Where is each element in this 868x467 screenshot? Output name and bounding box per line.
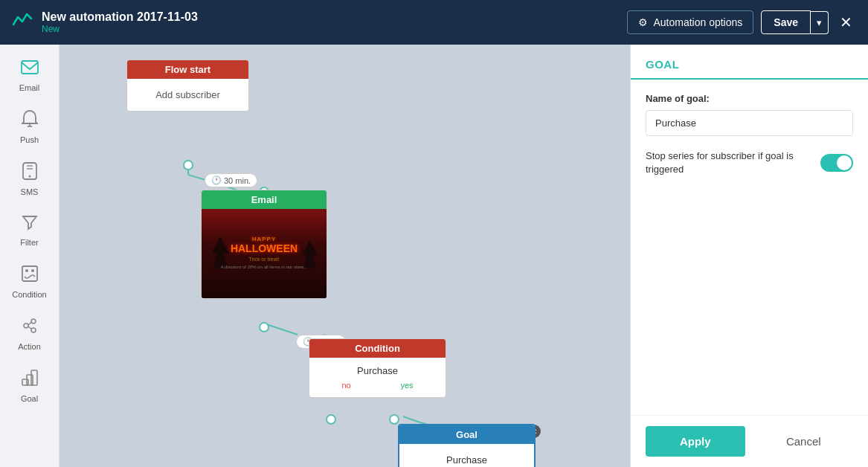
automation-options-button[interactable]: ⚙ Automation options xyxy=(627,10,753,34)
svg-line-14 xyxy=(28,326,31,329)
condition-node[interactable]: Condition Purchase no yes xyxy=(309,338,446,398)
flow-start-node[interactable]: Flow start Add subscriber xyxy=(126,59,249,112)
email-node-image: HAPPY HALLOWEEN Trick or treat! A discou… xyxy=(202,209,327,298)
toggle-knob xyxy=(837,155,852,170)
flow-start-body: Add subscriber xyxy=(127,79,248,111)
action-icon xyxy=(21,317,39,339)
email-icon xyxy=(21,59,39,80)
right-panel-content: Name of goal: Stop series for subscriber… xyxy=(631,80,868,415)
svg-rect-0 xyxy=(22,61,38,74)
svg-point-11 xyxy=(31,319,36,323)
svg-line-13 xyxy=(28,323,31,326)
right-panel-title: GOAL xyxy=(631,45,868,80)
connector-dot-branch-no xyxy=(326,414,336,425)
goal-node[interactable]: Goal Purchase xyxy=(398,424,536,467)
sidebar-item-condition[interactable]: Condition xyxy=(4,257,55,306)
condition-node-body: Purchase no yes xyxy=(309,358,446,397)
save-button[interactable]: Save xyxy=(761,10,811,34)
stop-series-label: Stop series for subscriber if goal is tr… xyxy=(646,149,809,176)
goal-name-label: Name of goal: xyxy=(646,93,853,104)
sidebar-item-goal[interactable]: Goal xyxy=(4,361,55,410)
branch-no-label: no xyxy=(341,381,350,390)
canvas: Flow start Add subscriber 🕐 30 min. Emai… xyxy=(60,45,630,467)
automation-status: New xyxy=(42,24,198,34)
header-title-group: New automation 2017-11-03 New xyxy=(42,10,198,34)
stop-series-toggle[interactable] xyxy=(820,154,853,172)
cancel-button[interactable]: Cancel xyxy=(754,426,854,457)
delay-label-1: 30 min. xyxy=(224,176,251,185)
svg-point-9 xyxy=(31,269,34,272)
condition-node-value: Purchase xyxy=(317,365,438,376)
email-node[interactable]: Email HAPPY HALLOWEEN Trick or treat! A … xyxy=(201,190,327,299)
sidebar-item-email[interactable]: Email xyxy=(4,52,55,100)
condition-branches: no yes xyxy=(317,381,438,390)
condition-icon xyxy=(21,265,39,287)
goal-icon xyxy=(21,369,39,391)
header: New automation 2017-11-03 New ⚙ Automati… xyxy=(0,0,868,45)
right-panel-footer: Apply Cancel xyxy=(631,415,868,467)
apply-button[interactable]: Apply xyxy=(646,426,745,457)
sidebar-item-push[interactable]: Push xyxy=(4,103,55,152)
sidebar-condition-label: Condition xyxy=(12,290,46,299)
sidebar-item-action[interactable]: Action xyxy=(4,309,55,358)
connector-dot-flow-start-bottom xyxy=(183,160,193,170)
svg-rect-7 xyxy=(22,266,37,281)
condition-node-header: Condition xyxy=(309,339,446,358)
automation-title: New automation 2017-11-03 xyxy=(42,10,198,24)
sidebar-item-filter[interactable]: Filter xyxy=(4,207,55,254)
branch-yes-label: yes xyxy=(400,381,413,390)
clock-icon: 🕐 xyxy=(211,175,222,185)
sidebar-push-label: Push xyxy=(20,135,39,144)
svg-point-6 xyxy=(28,175,30,178)
close-button[interactable]: ✕ xyxy=(836,10,856,35)
svg-point-8 xyxy=(25,269,28,272)
save-group: Save ▾ xyxy=(761,10,829,34)
connector-dot-email-bottom xyxy=(259,322,269,332)
connector-dot-branch-yes xyxy=(389,414,399,425)
goal-node-body: Purchase xyxy=(399,444,534,467)
main-area: Email Push SMS Filter Condition xyxy=(0,45,868,467)
right-panel: GOAL Name of goal: Stop series for subsc… xyxy=(630,45,868,467)
email-node-header: Email xyxy=(202,190,327,209)
sidebar-item-sms[interactable]: SMS xyxy=(4,155,55,204)
sidebar-filter-label: Filter xyxy=(20,238,38,247)
sidebar-email-label: Email xyxy=(19,83,40,92)
delay-badge-1: 🕐 30 min. xyxy=(205,173,257,187)
logo-icon xyxy=(12,10,33,35)
chevron-down-icon: ▾ xyxy=(817,17,822,28)
goal-node-header: Goal xyxy=(399,425,534,444)
svg-point-12 xyxy=(31,328,36,332)
gear-icon: ⚙ xyxy=(638,16,648,28)
sidebar-sms-label: SMS xyxy=(21,187,39,196)
sms-icon xyxy=(22,162,38,184)
stop-series-row: Stop series for subscriber if goal is tr… xyxy=(646,149,853,176)
automation-options-label: Automation options xyxy=(653,16,742,28)
svg-point-10 xyxy=(24,323,28,328)
flow-start-header: Flow start xyxy=(127,60,248,79)
push-icon xyxy=(22,110,38,132)
save-dropdown-button[interactable]: ▾ xyxy=(811,11,829,34)
sidebar-action-label: Action xyxy=(18,342,41,351)
sidebar-goal-label: Goal xyxy=(21,394,38,403)
header-actions: ⚙ Automation options Save ▾ ✕ xyxy=(627,10,856,35)
goal-name-input[interactable] xyxy=(646,110,853,136)
sidebar: Email Push SMS Filter Condition xyxy=(0,45,60,467)
filter-icon xyxy=(21,214,39,235)
